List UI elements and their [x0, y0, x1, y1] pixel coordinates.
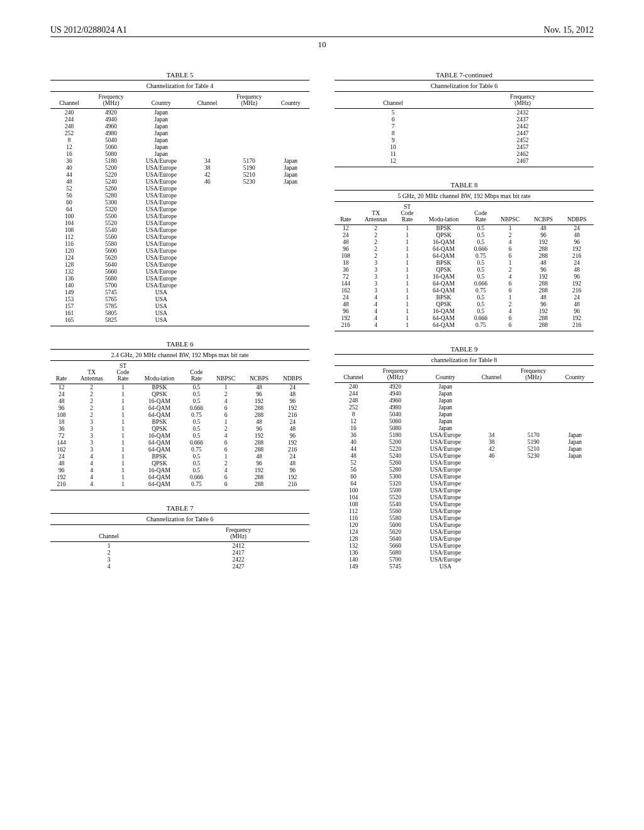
table-cell: 153 [50, 296, 88, 302]
table-row: 605300USA/Europe [50, 199, 309, 206]
table-cell: 248 [335, 397, 372, 404]
table-cell: 149 [335, 563, 372, 570]
table-cell: 5240 [372, 452, 418, 459]
table-cell: USA/Europe [418, 507, 473, 514]
table-cell: USA/Europe [418, 514, 473, 521]
table-cell [511, 542, 557, 549]
table-cell: 64-QAM [135, 481, 184, 490]
table-cell: 5785 [88, 302, 134, 309]
table-cell: 0.5 [468, 301, 494, 308]
table-cell: 6 [209, 440, 243, 446]
table-cell: 120 [50, 247, 88, 254]
table-cell: 3 [72, 419, 111, 426]
table-cell: USA/Europe [134, 233, 189, 240]
table-cell: 40 [335, 438, 372, 445]
table-cell: 12 [335, 418, 372, 424]
table-cell: 5560 [88, 233, 134, 240]
table-cell [511, 563, 557, 570]
table-cell: 64-QAM [419, 246, 468, 253]
table-cell: 288 [527, 253, 560, 260]
table-cell: Japan [134, 116, 189, 123]
table-cell [226, 247, 272, 254]
table-cell: 56 [50, 192, 88, 199]
table-cell [226, 136, 272, 143]
table-7c-content: ChannelFrequency(MHz) 524326243772442824… [335, 92, 594, 167]
table-cell [272, 123, 309, 130]
table-cell [189, 219, 226, 226]
column-header: Frequency(MHz) [167, 525, 309, 542]
table-cell: 4 [209, 467, 243, 474]
table-cell: 2447 [452, 130, 594, 136]
table-cell: USA/Europe [134, 247, 189, 254]
table-cell [557, 521, 594, 528]
table-cell [189, 282, 226, 289]
table-cell: Japan [272, 164, 309, 171]
table-row: 42427 [50, 563, 309, 570]
table-cell: 8 [50, 136, 88, 143]
table-cell: 1 [395, 260, 419, 267]
table-8: TABLE 8 5 GHz, 20 MHz channel BW, 192 Mb… [335, 181, 594, 332]
table-cell: 34 [189, 157, 226, 164]
table-cell: 136 [335, 549, 372, 556]
table-cell: 24 [275, 419, 309, 426]
table-cell [226, 275, 272, 282]
table-cell [511, 521, 557, 528]
table-cell: 42 [189, 171, 226, 178]
table-cell: 100 [50, 213, 88, 219]
table-cell: 116 [335, 514, 372, 521]
table-cell: 16-QAM [419, 308, 468, 315]
table-cell [189, 136, 226, 143]
column-header: Country [134, 92, 189, 109]
table-row: 2524980Japan [335, 404, 594, 411]
table-cell: 48 [527, 294, 560, 301]
table-row: 1623164-QAM0.756288216 [335, 287, 594, 294]
table-cell: Japan [134, 143, 189, 150]
table-cell [511, 528, 557, 535]
table-cell: 2 [494, 267, 527, 274]
table-cell: Japan [418, 383, 473, 390]
table-row: 4841QPSK0.529648 [50, 460, 309, 467]
table-cell [272, 282, 309, 289]
left-column: TABLE 5 Channelization for Table 4 Chann… [50, 67, 309, 584]
table-cell: USA/Europe [134, 268, 189, 275]
table-cell: 4 [50, 563, 167, 570]
table-cell: 2 [357, 239, 395, 246]
table-row: 565280USA/Europe [50, 192, 309, 199]
table-cell [226, 254, 272, 261]
table-cell: 5040 [372, 411, 418, 418]
table-cell [272, 116, 309, 123]
header-row: ChannelFrequency(MHz)CountryChannelFrequ… [335, 366, 594, 383]
table-cell: USA/Europe [134, 275, 189, 282]
table-row: 1443164-QAM0.6666288192 [335, 280, 594, 287]
table-cell [272, 261, 309, 268]
table-cell: 161 [50, 309, 88, 316]
table-cell: 0.75 [184, 412, 209, 419]
table-cell: 48 [243, 384, 276, 391]
table-cell: 128 [50, 261, 88, 268]
table-cell: 2 [357, 253, 395, 260]
table-cell: 0.666 [184, 440, 209, 446]
table-cell: 4960 [88, 123, 134, 130]
table-cell: 192 [243, 433, 276, 440]
table-5: TABLE 5 Channelization for Table 4 Chann… [50, 71, 309, 326]
table-cell: BPSK [135, 419, 184, 426]
table-cell: Japan [418, 404, 473, 411]
column-header: Frequency(MHz) [511, 366, 557, 383]
table-cell [473, 418, 511, 424]
table-cell [473, 535, 511, 542]
table-subtitle: 2.4 GHz, 20 MHz channel BW, 192 Mbps max… [50, 349, 309, 361]
table-cell: 0.75 [184, 446, 209, 453]
table-cell: 5500 [372, 487, 418, 494]
table-cell [557, 466, 594, 473]
table-row: 1125560USA/Europe [50, 233, 309, 240]
table-cell: 3 [357, 287, 395, 294]
table-cell: USA/Europe [134, 226, 189, 233]
table-cell [272, 309, 309, 316]
table-cell: 96 [335, 246, 357, 253]
table-cell: 108 [50, 226, 88, 233]
table-cell: 4940 [88, 116, 134, 123]
table-row: 962164-QAM0.6666288192 [335, 246, 594, 253]
table-cell: Japan [418, 397, 473, 404]
table-cell [511, 473, 557, 480]
table-cell: 3 [72, 446, 111, 453]
